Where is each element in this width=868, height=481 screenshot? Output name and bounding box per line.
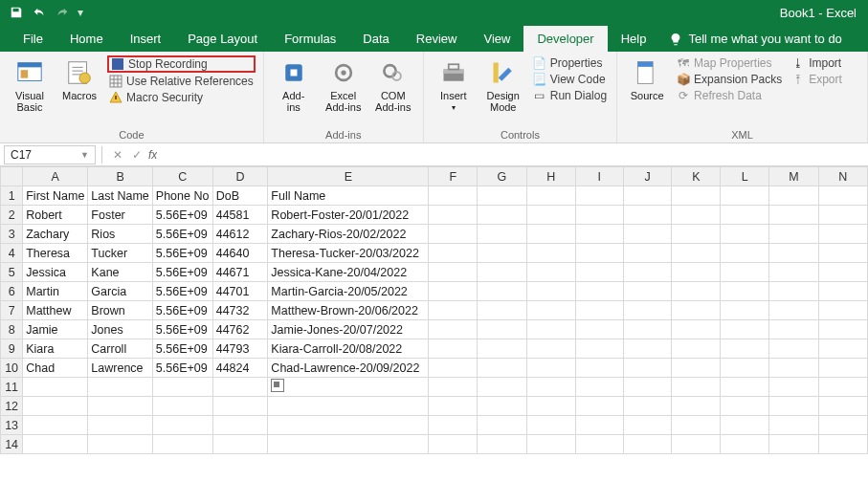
cell-E2[interactable]: Robert-Foster-20/01/2022 (268, 206, 429, 225)
cell-G9[interactable] (478, 339, 526, 359)
stop-recording-button[interactable]: Stop Recording (107, 55, 256, 73)
cell-K6[interactable] (672, 282, 721, 301)
cell-H2[interactable] (526, 206, 575, 225)
cell-D11[interactable] (212, 378, 268, 397)
cell-H7[interactable] (526, 301, 575, 320)
cell-A14[interactable] (23, 435, 88, 454)
cell-K1[interactable] (672, 186, 721, 206)
cell-G14[interactable] (478, 435, 526, 454)
com-addins-button[interactable]: COM Add-ins (371, 55, 415, 113)
cell-F10[interactable] (429, 359, 478, 378)
row-header-13[interactable]: 13 (1, 416, 23, 435)
cell-D1[interactable]: DoB (212, 186, 268, 206)
cell-D10[interactable]: 44824 (212, 359, 268, 378)
cell-K12[interactable] (672, 397, 721, 416)
column-header-J[interactable]: J (623, 167, 672, 186)
row-header-11[interactable]: 11 (1, 378, 23, 397)
cell-K10[interactable] (672, 359, 721, 378)
cell-J5[interactable] (623, 263, 672, 282)
column-header-D[interactable]: D (212, 167, 268, 186)
cell-J8[interactable] (623, 320, 672, 339)
formula-input[interactable] (157, 143, 868, 165)
visual-basic-button[interactable]: Visual Basic (8, 55, 52, 113)
row-header-6[interactable]: 6 (1, 282, 23, 301)
view-code-button[interactable]: 📃View Code (531, 72, 609, 87)
column-header-A[interactable]: A (23, 167, 88, 186)
cell-B2[interactable]: Foster (88, 206, 152, 225)
addins-button[interactable]: Add- ins (272, 55, 316, 113)
cell-B7[interactable]: Brown (88, 301, 152, 320)
cell-J12[interactable] (623, 397, 672, 416)
cell-J10[interactable] (623, 359, 672, 378)
cell-C5[interactable]: 5.56E+09 (152, 263, 212, 282)
column-header-K[interactable]: K (672, 167, 721, 186)
cell-M14[interactable] (769, 435, 819, 454)
macro-security-button[interactable]: Macro Security (107, 90, 256, 105)
name-box[interactable]: C17▼ (4, 145, 96, 164)
cell-I11[interactable] (575, 378, 623, 397)
cell-C7[interactable]: 5.56E+09 (152, 301, 212, 320)
cell-J14[interactable] (623, 435, 672, 454)
cell-G7[interactable] (478, 301, 526, 320)
tab-review[interactable]: Review (403, 26, 471, 52)
cell-A12[interactable] (23, 397, 88, 416)
cell-A11[interactable] (23, 378, 88, 397)
row-header-2[interactable]: 2 (1, 206, 23, 225)
cell-N11[interactable] (818, 378, 867, 397)
cell-J7[interactable] (623, 301, 672, 320)
accept-formula-button[interactable]: ✓ (127, 148, 146, 162)
row-header-14[interactable]: 14 (1, 435, 23, 454)
cell-J13[interactable] (623, 416, 672, 435)
cell-L5[interactable] (721, 263, 769, 282)
cell-C11[interactable] (152, 378, 212, 397)
cell-A9[interactable]: Kiara (23, 339, 88, 359)
cell-D4[interactable]: 44640 (212, 244, 268, 263)
cell-N14[interactable] (818, 435, 867, 454)
cell-E12[interactable] (268, 397, 429, 416)
cell-B4[interactable]: Tucker (88, 244, 152, 263)
cell-I3[interactable] (575, 225, 623, 244)
import-button[interactable]: ⭳Import (790, 55, 844, 71)
cell-C6[interactable]: 5.56E+09 (152, 282, 212, 301)
cell-G5[interactable] (478, 263, 526, 282)
cell-B6[interactable]: Garcia (88, 282, 152, 301)
cell-D8[interactable]: 44762 (212, 320, 268, 339)
cell-L8[interactable] (721, 320, 769, 339)
cell-K9[interactable] (672, 339, 721, 359)
cell-L9[interactable] (721, 339, 769, 359)
cell-N12[interactable] (818, 397, 867, 416)
cell-D6[interactable]: 44701 (212, 282, 268, 301)
cell-I6[interactable] (575, 282, 623, 301)
row-header-12[interactable]: 12 (1, 397, 23, 416)
cell-H3[interactable] (526, 225, 575, 244)
cell-H9[interactable] (526, 339, 575, 359)
tab-insert[interactable]: Insert (117, 26, 175, 52)
cell-H13[interactable] (526, 416, 575, 435)
cell-A5[interactable]: Jessica (23, 263, 88, 282)
cell-B1[interactable]: Last Name (88, 186, 152, 206)
column-header-N[interactable]: N (818, 167, 867, 186)
cell-J3[interactable] (623, 225, 672, 244)
cell-N2[interactable] (818, 206, 867, 225)
column-header-C[interactable]: C (152, 167, 212, 186)
column-header-H[interactable]: H (526, 167, 575, 186)
undo-button[interactable] (29, 2, 50, 23)
cell-N3[interactable] (818, 225, 867, 244)
cell-E14[interactable] (268, 435, 429, 454)
cell-F8[interactable] (429, 320, 478, 339)
row-header-3[interactable]: 3 (1, 225, 23, 244)
cell-C2[interactable]: 5.56E+09 (152, 206, 212, 225)
cell-G6[interactable] (478, 282, 526, 301)
cell-M3[interactable] (769, 225, 819, 244)
cell-I10[interactable] (575, 359, 623, 378)
refresh-data-button[interactable]: ⟳Refresh Data (675, 88, 784, 103)
cell-L11[interactable] (721, 378, 769, 397)
cell-N6[interactable] (818, 282, 867, 301)
tab-file[interactable]: File (10, 26, 56, 52)
cell-A7[interactable]: Matthew (23, 301, 88, 320)
cell-H4[interactable] (526, 244, 575, 263)
cell-A8[interactable]: Jamie (23, 320, 88, 339)
cell-I14[interactable] (575, 435, 623, 454)
cell-N13[interactable] (818, 416, 867, 435)
cell-L1[interactable] (721, 186, 769, 206)
